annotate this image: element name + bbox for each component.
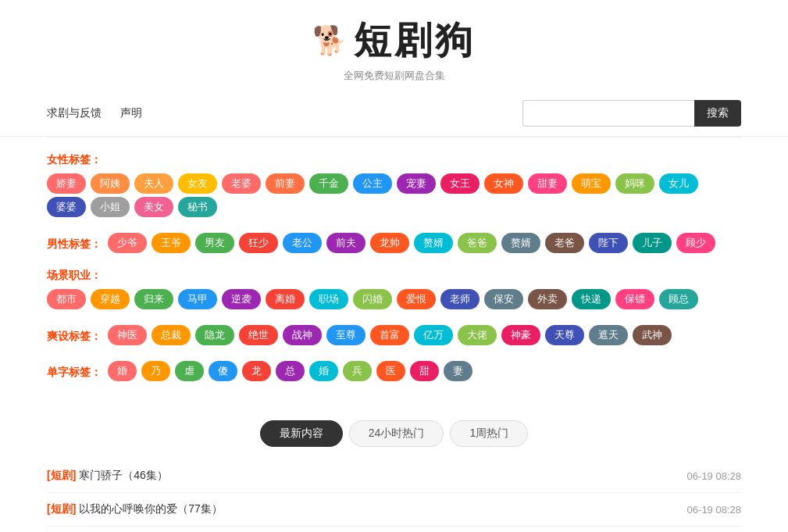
tag-item[interactable]: 阿姨: [91, 173, 130, 194]
tag-item[interactable]: 首富: [370, 325, 409, 345]
tag-item[interactable]: 战神: [283, 325, 322, 345]
female-tags-label: 女性标签：: [47, 153, 102, 167]
tag-item[interactable]: 至尊: [326, 325, 365, 345]
tag-item[interactable]: 狂少: [239, 233, 278, 253]
tag-item[interactable]: 女神: [484, 173, 523, 194]
tag-item[interactable]: 总裁: [152, 325, 191, 345]
tag-item[interactable]: 女儿: [659, 173, 698, 194]
tag-item[interactable]: 少爷: [108, 233, 147, 253]
tag-item[interactable]: 萌宝: [572, 173, 611, 194]
tag-item[interactable]: 快递: [572, 289, 611, 309]
tag-item[interactable]: 遮天: [589, 325, 628, 345]
cool-tags: 神医总裁隐龙绝世战神至尊首富亿万大佬神豪天尊遮天武神: [108, 325, 676, 348]
nav-feedback[interactable]: 求剧与反馈: [47, 106, 102, 120]
tag-item[interactable]: 逆袭: [222, 289, 261, 309]
tag-item[interactable]: 爸爸: [458, 233, 497, 253]
tag-item[interactable]: 离婚: [266, 289, 305, 309]
tag-item[interactable]: 马甲: [178, 289, 217, 309]
tag-item[interactable]: 老公: [283, 233, 322, 253]
tab-0[interactable]: 最新内容: [260, 420, 343, 447]
tag-item[interactable]: 爱恨: [397, 289, 436, 309]
tag-item[interactable]: 女王: [440, 173, 480, 194]
tag-item[interactable]: 隐龙: [195, 325, 234, 345]
tag-item[interactable]: 赘婿: [501, 233, 540, 253]
tag-item[interactable]: 虐: [175, 361, 204, 381]
tag-item[interactable]: 顾少: [676, 233, 715, 253]
tag-item[interactable]: 职场: [309, 289, 348, 309]
tab-1[interactable]: 24小时热门: [349, 420, 444, 447]
tag-item[interactable]: 美女: [134, 197, 173, 217]
tag-item[interactable]: 武神: [633, 325, 672, 345]
tag-item[interactable]: 总: [276, 361, 305, 381]
tag-item[interactable]: 老爸: [545, 233, 584, 253]
tag-item[interactable]: 神医: [108, 325, 147, 345]
search-button[interactable]: 搜索: [694, 100, 741, 127]
tag-item[interactable]: 甜: [410, 361, 439, 381]
item-title[interactable]: [短剧] 寒门骄子（46集）: [47, 469, 168, 483]
single-tags: 婚乃虐傻龙总婚兵医甜妻: [108, 361, 477, 384]
tag-item[interactable]: 夫人: [134, 173, 173, 194]
tag-item[interactable]: 婚: [309, 361, 338, 381]
tag-item[interactable]: 神豪: [501, 325, 540, 345]
tag-item[interactable]: 外卖: [528, 289, 567, 309]
tag-item[interactable]: 宠妻: [397, 173, 436, 194]
male-tags: 少爷王爷男友狂少老公前夫龙帅赘婿爸爸赘婿老爸陛下儿子顾少: [108, 233, 720, 256]
tag-item[interactable]: 兵: [343, 361, 372, 381]
tag-item[interactable]: 乃: [141, 361, 170, 381]
tag-item[interactable]: 老婆: [222, 173, 261, 194]
tag-item[interactable]: 亿万: [414, 325, 453, 345]
tag-item[interactable]: 妈咪: [615, 173, 654, 194]
scene-tags-row: 场景职业： 都市穿越归来马甲逆袭离婚职场闪婚爱恨老师保安外卖快递保镖顾总: [47, 269, 741, 312]
header: 🐕 短剧狗 全网免费短剧网盘合集: [0, 0, 788, 91]
tag-item[interactable]: 闪婚: [353, 289, 392, 309]
tag-item[interactable]: 甜妻: [528, 173, 567, 194]
logo-area: 🐕 短剧狗 全网免费短剧网盘合集: [0, 16, 788, 83]
single-tags-row: 单字标签： 婚乃虐傻龙总婚兵医甜妻: [47, 361, 741, 384]
tag-item[interactable]: 穿越: [91, 289, 130, 309]
tag-item[interactable]: 龙: [242, 361, 271, 381]
tag-item[interactable]: 婚: [108, 361, 137, 381]
content-tabs: 最新内容24小时热门1周热门: [0, 420, 788, 447]
tag-item[interactable]: 医: [376, 361, 405, 381]
tag-item[interactable]: 归来: [134, 289, 173, 309]
tag-item[interactable]: 小姐: [91, 197, 130, 217]
tag-item[interactable]: 龙帅: [370, 233, 409, 253]
tag-item[interactable]: 前妻: [266, 173, 305, 194]
tag-item[interactable]: 千金: [309, 173, 348, 194]
item-badge: [短剧]: [47, 469, 79, 481]
search-input[interactable]: [522, 100, 694, 127]
tag-item[interactable]: 大佬: [458, 325, 497, 345]
tag-item[interactable]: 保镖: [615, 289, 654, 309]
logo-dog-icon: 🐕: [312, 24, 351, 57]
male-tags-row: 男性标签： 少爷王爷男友狂少老公前夫龙帅赘婿爸爸赘婿老爸陛下儿子顾少: [47, 233, 741, 256]
tag-item[interactable]: 顾总: [659, 289, 698, 309]
tag-item[interactable]: 婆婆: [47, 197, 86, 217]
tag-item[interactable]: 傻: [209, 361, 237, 381]
item-date: 06-19 08:28: [687, 470, 741, 482]
single-tags-label: 单字标签：: [47, 366, 102, 380]
tag-item[interactable]: 儿子: [633, 233, 672, 253]
tab-2[interactable]: 1周热门: [450, 420, 528, 447]
cool-tags-label: 爽设标签：: [47, 330, 102, 344]
tag-item[interactable]: 天尊: [545, 325, 584, 345]
tag-item[interactable]: 娇妻: [47, 173, 86, 194]
tag-item[interactable]: 王爷: [152, 233, 191, 253]
nav-disclaimer[interactable]: 声明: [120, 106, 142, 120]
tag-item[interactable]: 公主: [353, 173, 392, 194]
nav-bar: 求剧与反馈 声明 搜索: [0, 91, 788, 137]
tag-item[interactable]: 陛下: [589, 233, 628, 253]
tag-item[interactable]: 男友: [195, 233, 234, 253]
tag-item[interactable]: 秘书: [178, 197, 217, 217]
tag-item[interactable]: 都市: [47, 289, 86, 309]
tag-item[interactable]: 前夫: [326, 233, 365, 253]
tag-item[interactable]: 保安: [484, 289, 523, 309]
tag-item[interactable]: 老师: [440, 289, 480, 309]
female-tags-row: 女性标签： 娇妻阿姨夫人女友老婆前妻千金公主宠妻女王女神甜妻萌宝妈咪女儿婆婆小姐…: [47, 153, 741, 220]
list-item: [短剧] 寒门骄子（46集）06-19 08:28: [47, 459, 741, 493]
item-title[interactable]: [短剧] 以我的心呼唤你的爱（77集）: [47, 502, 223, 516]
tag-item[interactable]: 赘婿: [414, 233, 453, 253]
tag-item[interactable]: 女友: [178, 173, 217, 194]
tags-section: 女性标签： 娇妻阿姨夫人女友老婆前妻千金公主宠妻女王女神甜妻萌宝妈咪女儿婆婆小姐…: [0, 137, 788, 405]
tag-item[interactable]: 绝世: [239, 325, 278, 345]
tag-item[interactable]: 妻: [444, 361, 472, 381]
